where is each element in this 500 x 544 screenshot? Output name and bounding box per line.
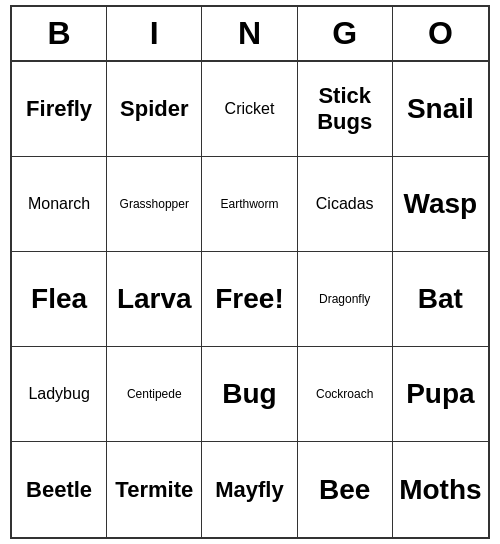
cell-r4-c2: Mayfly [202,442,297,537]
cell-r1-c2: Earthworm [202,157,297,252]
cell-r0-c0: Firefly [12,62,107,157]
cell-r0-c2: Cricket [202,62,297,157]
cell-r4-c3: Bee [298,442,393,537]
cell-r0-c1: Spider [107,62,202,157]
cell-r1-c3: Cicadas [298,157,393,252]
cell-r1-c1: Grasshopper [107,157,202,252]
cell-r0-c3: Stick Bugs [298,62,393,157]
header-letter: O [393,7,488,60]
bingo-header: BINGO [12,7,488,62]
cell-r2-c2: Free! [202,252,297,347]
bingo-card: BINGO FireflySpiderCricketStick BugsSnai… [10,5,490,539]
cell-r4-c1: Termite [107,442,202,537]
cell-r1-c0: Monarch [12,157,107,252]
header-letter: N [202,7,297,60]
cell-r3-c1: Centipede [107,347,202,442]
cell-r2-c1: Larva [107,252,202,347]
cell-r4-c0: Beetle [12,442,107,537]
header-letter: B [12,7,107,60]
header-letter: G [298,7,393,60]
cell-r3-c4: Pupa [393,347,488,442]
cell-r0-c4: Snail [393,62,488,157]
cell-r2-c0: Flea [12,252,107,347]
header-letter: I [107,7,202,60]
cell-r1-c4: Wasp [393,157,488,252]
bingo-grid: FireflySpiderCricketStick BugsSnailMonar… [12,62,488,537]
cell-r2-c3: Dragonfly [298,252,393,347]
cell-r3-c2: Bug [202,347,297,442]
cell-r3-c0: Ladybug [12,347,107,442]
cell-r4-c4: Moths [393,442,488,537]
cell-r3-c3: Cockroach [298,347,393,442]
cell-r2-c4: Bat [393,252,488,347]
